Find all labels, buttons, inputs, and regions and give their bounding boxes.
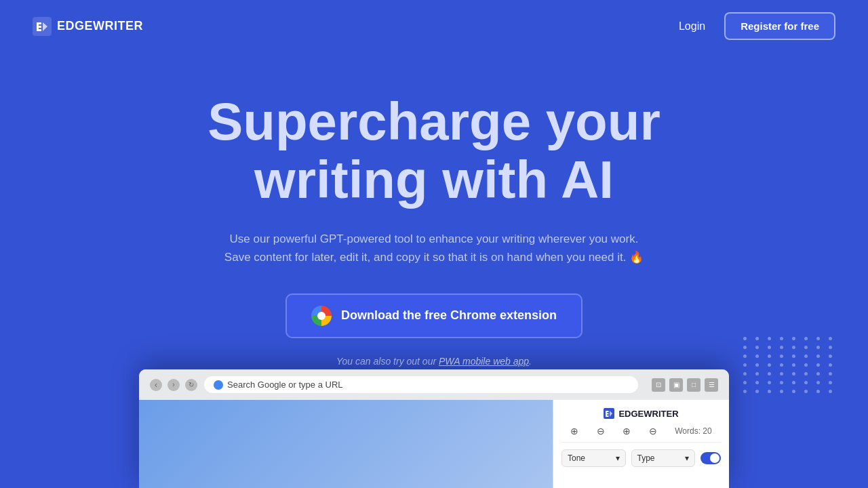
hero-section: Supercharge your writing with AI Use our… [0,52,868,387]
chrome-button-label: Download the free Chrome extension [341,308,557,323]
stat-icon-4[interactable]: ⊖ [649,426,657,436]
type-dropdown[interactable]: Type ▾ [631,449,696,467]
tone-dropdown[interactable]: Tone ▾ [561,449,626,467]
svg-rect-1 [604,408,614,419]
forward-button[interactable]: › [167,379,180,391]
address-text: Search Google or type a URL [227,380,343,390]
chrome-extension-button[interactable]: Download the free Chrome extension [285,293,583,338]
chrome-icon [311,306,332,326]
refresh-button[interactable]: ↻ [185,379,197,391]
stat-icon-1[interactable]: ⊕ [570,426,578,436]
browser-page-content [139,400,553,488]
ext-icon-3: □ [687,378,701,392]
panel-stats: ⊕ ⊖ ⊕ ⊖ Words: 20 [561,426,721,443]
hero-title: Supercharge your writing with AI [163,93,705,209]
hero-subtitle: Use our powerful GPT-powered tool to enh… [224,230,644,266]
stat-icon-3[interactable]: ⊕ [623,426,631,436]
browser-mockup: ‹ › ↻ Search Google or type a URL ⊡ ▣ □ … [139,369,729,488]
edgewriter-panel: EDGEWRITER ⊕ ⊖ ⊕ ⊖ Words: 20 Tone ▾ Type… [553,400,729,488]
address-bar[interactable]: Search Google or type a URL [204,376,638,393]
navbar: EDGEWRITER Login Register for free [0,0,868,52]
browser-bar: ‹ › ↻ Search Google or type a URL ⊡ ▣ □ … [139,369,729,400]
type-label: Type [637,453,655,463]
panel-logo-icon [604,408,614,419]
address-favicon [214,380,223,390]
type-chevron-icon: ▾ [685,453,689,463]
panel-logo-text: EDGEWRITER [618,409,678,419]
logo: EDGEWRITER [33,17,143,36]
logo-icon [33,17,52,36]
browser-content: EDGEWRITER ⊕ ⊖ ⊕ ⊖ Words: 20 Tone ▾ Type… [139,400,729,488]
panel-logo: EDGEWRITER [561,408,721,419]
tone-label: Tone [568,453,585,463]
toggle-switch[interactable] [701,452,721,464]
register-button[interactable]: Register for free [724,12,835,40]
ext-icon-1: ⊡ [652,378,665,392]
login-link[interactable]: Login [679,20,705,33]
browser-controls: ‹ › ↻ [150,379,197,391]
stat-icon-2[interactable]: ⊖ [597,426,605,436]
svg-rect-0 [33,17,52,36]
ext-icon-4: ☰ [705,378,718,392]
browser-extensions: ⊡ ▣ □ ☰ [652,378,718,392]
dots-decoration [743,337,835,393]
nav-actions: Login Register for free [679,12,835,40]
back-button[interactable]: ‹ [150,379,162,391]
pwa-text: You can also try out our PWA mobile web … [336,356,532,367]
ext-icon-2: ▣ [669,378,683,392]
panel-controls: Tone ▾ Type ▾ [561,449,721,467]
tone-chevron-icon: ▾ [616,453,620,463]
logo-text: EDGEWRITER [57,19,143,33]
pwa-link[interactable]: PWA mobile web app [439,356,529,367]
words-count: Words: 20 [675,426,711,436]
